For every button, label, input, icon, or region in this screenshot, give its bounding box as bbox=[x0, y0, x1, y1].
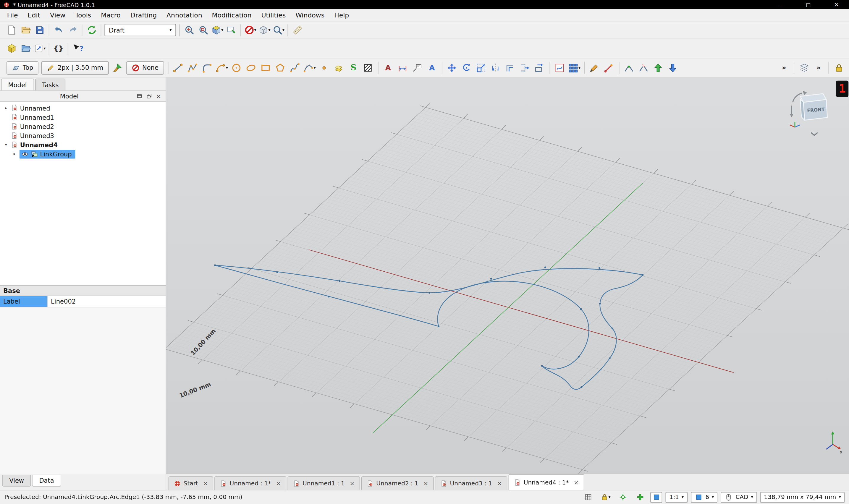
collapsed-arrow-icon[interactable]: ▸ bbox=[12, 152, 17, 156]
make-link-button[interactable]: ▾ bbox=[33, 41, 47, 56]
draft-upgrade-button[interactable] bbox=[651, 60, 665, 75]
expanded-arrow-icon[interactable]: ▾ bbox=[3, 143, 8, 147]
tab-unnamed3[interactable]: Unnamed3 : 1 × bbox=[435, 476, 508, 490]
undo-button[interactable] bbox=[51, 23, 66, 37]
draft-line-button[interactable] bbox=[171, 60, 185, 75]
toolbar-overflow-button[interactable]: » bbox=[777, 60, 791, 75]
annotation-style-button[interactable]: A bbox=[425, 60, 439, 75]
expression-button[interactable]: {} bbox=[51, 41, 66, 56]
color-swatch-button[interactable] bbox=[650, 491, 662, 503]
apply-style-button[interactable] bbox=[110, 60, 124, 75]
dock-collapse-icon[interactable] bbox=[136, 93, 142, 99]
snap-add-button[interactable] bbox=[633, 490, 647, 504]
tab-close-icon[interactable]: × bbox=[423, 480, 428, 487]
dock-float-icon[interactable] bbox=[146, 93, 152, 99]
tab-close-icon[interactable]: × bbox=[574, 479, 579, 486]
navcube-menu-chevron-icon[interactable] bbox=[811, 133, 818, 136]
lock-toolbars-button[interactable] bbox=[832, 60, 846, 75]
dock-close-icon[interactable]: × bbox=[156, 93, 161, 99]
draft-ellipse-button[interactable] bbox=[244, 60, 258, 75]
draft-offset-button[interactable] bbox=[503, 60, 517, 75]
working-plane-button[interactable]: Top bbox=[6, 61, 39, 74]
menu-help[interactable]: Help bbox=[330, 9, 354, 21]
draft-mirror-button[interactable] bbox=[489, 60, 503, 75]
tab-unnamed[interactable]: Unnamed : 1* × bbox=[214, 476, 286, 490]
menu-drafting[interactable]: Drafting bbox=[125, 9, 161, 21]
draft-polygon-button[interactable] bbox=[273, 60, 287, 75]
property-group-header[interactable]: Base bbox=[0, 286, 165, 296]
zoom-tools-button[interactable]: ▾ bbox=[271, 23, 285, 37]
maximize-button[interactable]: □ bbox=[796, 0, 821, 9]
3d-viewport[interactable]: 10,00 mm 10,00 mm 1 FRONT bbox=[166, 77, 849, 473]
tab-start[interactable]: Start × bbox=[168, 476, 213, 490]
close-button[interactable]: × bbox=[824, 0, 849, 9]
draft-shapestring-button[interactable]: S bbox=[346, 60, 360, 75]
draft-fillet-button[interactable] bbox=[200, 60, 214, 75]
draft-to-sketch-button[interactable] bbox=[553, 60, 567, 75]
menu-windows[interactable]: Windows bbox=[291, 9, 330, 21]
tab-view[interactable]: View bbox=[2, 475, 31, 487]
save-button[interactable] bbox=[33, 23, 47, 37]
menu-macro[interactable]: Macro bbox=[96, 9, 125, 21]
tab-close-icon[interactable]: × bbox=[203, 480, 208, 487]
measure-button[interactable] bbox=[290, 23, 304, 37]
tree-item-unnamed4[interactable]: ▾ Unnamed4 bbox=[0, 140, 165, 149]
draft-trimex-button[interactable] bbox=[518, 60, 532, 75]
draft-bezier-button[interactable]: ▾ bbox=[302, 60, 317, 75]
draft-join-button[interactable] bbox=[622, 60, 636, 75]
draft-point-button[interactable] bbox=[317, 60, 331, 75]
draft-polyline-button[interactable] bbox=[185, 60, 200, 75]
tree-item-unnamed1[interactable]: Unnamed1 bbox=[0, 113, 165, 122]
menu-view[interactable]: View bbox=[45, 9, 70, 21]
menu-modification[interactable]: Modification bbox=[207, 9, 257, 21]
draft-edit-button[interactable] bbox=[587, 60, 601, 75]
new-view-button[interactable] bbox=[224, 23, 238, 37]
tab-data[interactable]: Data bbox=[32, 475, 61, 487]
property-value-cell[interactable]: Line002 bbox=[48, 296, 165, 307]
fit-all-button[interactable] bbox=[182, 23, 196, 37]
whats-this-button[interactable]: ? bbox=[70, 41, 85, 56]
eye-icon[interactable] bbox=[21, 151, 29, 157]
draft-move-button[interactable] bbox=[445, 60, 459, 75]
menu-tools[interactable]: Tools bbox=[70, 9, 96, 21]
draft-stretch-button[interactable] bbox=[533, 60, 547, 75]
tree-item-unnamed[interactable]: ▸ Unnamed bbox=[0, 104, 165, 113]
viewport-scene[interactable]: 10,00 mm 10,00 mm bbox=[166, 77, 849, 473]
tab-close-icon[interactable]: × bbox=[276, 480, 281, 487]
draft-array-button[interactable]: ▾ bbox=[567, 60, 581, 75]
create-group-button[interactable] bbox=[18, 41, 33, 56]
fit-selection-button[interactable] bbox=[196, 23, 210, 37]
draft-circle-button[interactable] bbox=[229, 60, 244, 75]
tab-model[interactable]: Model bbox=[1, 78, 34, 90]
toolbar-overflow-button-2[interactable]: » bbox=[812, 60, 826, 75]
tab-unnamed2[interactable]: Unnamed2 : 1 × bbox=[361, 476, 434, 490]
draw-style-button[interactable]: ▾ bbox=[243, 23, 257, 37]
minimize-button[interactable]: – bbox=[768, 0, 793, 9]
line-style-button[interactable]: 2px | 3,50 mm bbox=[41, 61, 109, 74]
layers-button[interactable] bbox=[797, 60, 811, 75]
draft-scale-button[interactable] bbox=[474, 60, 488, 75]
draft-hatch-button[interactable] bbox=[361, 60, 375, 75]
draft-arc-button[interactable]: ▾ bbox=[215, 60, 229, 75]
draft-rotate-button[interactable] bbox=[460, 60, 474, 75]
draft-facebinder-button[interactable] bbox=[332, 60, 346, 75]
draft-text-button[interactable]: A bbox=[381, 60, 395, 75]
draft-dimension-button[interactable] bbox=[396, 60, 410, 75]
menu-utilities[interactable]: Utilities bbox=[257, 9, 291, 21]
workbench-selector[interactable]: Draft ▾ bbox=[104, 24, 176, 36]
collapsed-arrow-icon[interactable]: ▸ bbox=[3, 106, 8, 110]
menu-edit[interactable]: Edit bbox=[23, 9, 45, 21]
scale-selector[interactable]: 1:1 ▾ bbox=[666, 491, 688, 503]
draft-rectangle-button[interactable] bbox=[259, 60, 273, 75]
snap-toggle-button[interactable] bbox=[616, 490, 630, 504]
tab-unnamed4[interactable]: Unnamed4 : 1* × bbox=[508, 474, 584, 490]
refresh-button[interactable] bbox=[85, 23, 99, 37]
redo-button[interactable] bbox=[66, 23, 80, 37]
menu-file[interactable]: File bbox=[2, 9, 23, 21]
create-part-button[interactable] bbox=[4, 41, 19, 56]
tab-close-icon[interactable]: × bbox=[350, 480, 355, 487]
autogroup-button[interactable]: None bbox=[126, 61, 164, 74]
open-button[interactable] bbox=[18, 23, 33, 37]
visibility-button[interactable]: ▾ bbox=[257, 23, 271, 37]
tab-tasks[interactable]: Tasks bbox=[35, 78, 66, 90]
